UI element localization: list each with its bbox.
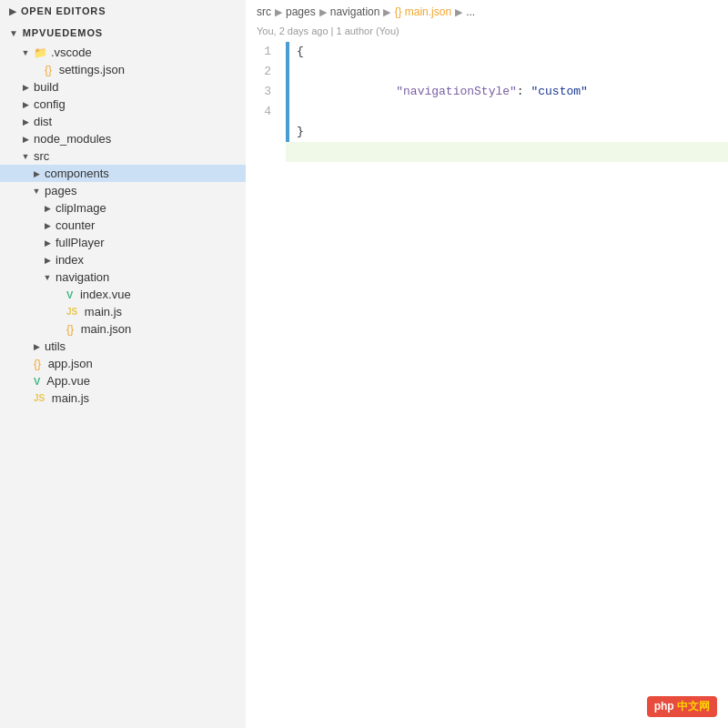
main-js-root-label: main.js	[48, 391, 89, 405]
settings-json-label: settings.json	[56, 63, 125, 76]
indent-space	[368, 85, 396, 98]
json-icon: {}	[45, 64, 52, 76]
tree-item-app-vue[interactable]: V App.vue	[0, 372, 246, 389]
git-gutter-3	[286, 122, 289, 142]
tree-item-index-folder[interactable]: ▶ index	[0, 251, 246, 268]
tree-item-main-js-root[interactable]: JS main.js	[0, 389, 246, 407]
tree-item-main-json[interactable]: {} main.json	[0, 320, 246, 338]
line-numbers: 1 2 3 4	[246, 42, 278, 728]
counter-arrow: ▶	[42, 221, 53, 230]
tree-item-dist[interactable]: ▶ dist	[0, 113, 246, 130]
utils-label: utils	[45, 339, 66, 353]
build-arrow: ▶	[20, 83, 31, 92]
breadcrumb-sep-1: ▶	[275, 6, 282, 18]
mpvuedemos-section[interactable]: ▼ MPVUEDEMOS	[0, 22, 246, 44]
php-cn-text: 中文网	[674, 700, 710, 713]
main-json-label: main.json	[77, 322, 131, 336]
json-icon-2: {}	[66, 323, 74, 336]
breadcrumb: src ▶ pages ▶ navigation ▶ {} main.json …	[246, 0, 728, 24]
app-vue-arrow	[20, 377, 31, 386]
code-text-1: {	[297, 42, 304, 62]
breadcrumb-sep-4: ▶	[455, 6, 462, 18]
clipimage-arrow: ▶	[42, 204, 53, 213]
line-num-3: 3	[253, 82, 271, 102]
json-icon-3: {}	[34, 358, 41, 370]
vue-icon-2: V	[34, 376, 40, 387]
main-js-label: main.js	[81, 305, 122, 318]
blame-text: You, 2 days ago | 1 author (You)	[257, 25, 399, 36]
code-text-3: }	[297, 122, 304, 142]
code-line-1: {	[286, 42, 728, 62]
tree-item-vscode[interactable]: ▼ 📁 .vscode	[0, 44, 246, 61]
tree-item-components[interactable]: ▶ components	[0, 165, 246, 182]
tree-item-counter[interactable]: ▶ counter	[0, 217, 246, 234]
main-js-arrow	[53, 308, 64, 317]
js-icon-2: JS	[34, 393, 45, 403]
breadcrumb-pages: pages	[286, 5, 316, 18]
index-vue-arrow	[53, 290, 64, 299]
code-line-2: "navigationStyle": "custom"	[286, 62, 728, 122]
colon-token: :	[517, 85, 531, 98]
tree-item-navigation[interactable]: ▼ navigation	[0, 268, 246, 286]
tree-item-fullplayer[interactable]: ▶ fullPlayer	[0, 234, 246, 251]
tree-item-src[interactable]: ▼ src	[0, 147, 246, 165]
app-vue-label: App.vue	[44, 374, 90, 388]
app-json-label: app.json	[45, 357, 93, 370]
code-line-4	[286, 142, 728, 162]
components-arrow: ▶	[31, 169, 42, 178]
line-num-2: 2	[253, 62, 271, 82]
src-arrow: ▼	[20, 152, 31, 161]
app-json-arrow	[20, 359, 31, 369]
code-line-3: }	[286, 122, 728, 142]
counter-label: counter	[56, 218, 95, 232]
breadcrumb-file: {} main.json	[394, 5, 451, 18]
pages-arrow: ▼	[31, 187, 42, 196]
breadcrumb-ellipsis: ...	[466, 5, 475, 18]
git-gutter-2	[286, 62, 289, 122]
mpvuedemos-label: MPVUEDEMOS	[23, 27, 103, 38]
vue-icon: V	[66, 289, 73, 300]
settings-arrow	[31, 66, 42, 75]
php-badge: php 中文网	[647, 696, 717, 717]
config-label: config	[34, 97, 66, 111]
index-folder-arrow: ▶	[42, 256, 53, 265]
main-js-root-arrow	[20, 394, 31, 403]
vscode-arrow: ▼	[20, 48, 31, 57]
code-area[interactable]: 1 2 3 4 { "navigationStyle": "custom" }	[246, 42, 728, 728]
tree-item-config[interactable]: ▶ config	[0, 96, 246, 113]
pages-label: pages	[45, 184, 76, 197]
tree-item-node-modules[interactable]: ▶ node_modules	[0, 130, 246, 147]
navigation-arrow: ▼	[42, 273, 53, 282]
tree-item-app-json[interactable]: {} app.json	[0, 355, 246, 372]
code-content[interactable]: { "navigationStyle": "custom" }	[278, 42, 728, 728]
node-modules-arrow: ▶	[20, 135, 31, 144]
breadcrumb-sep-2: ▶	[319, 6, 327, 18]
blame-info: You, 2 days ago | 1 author (You)	[246, 24, 728, 42]
src-label: src	[34, 149, 49, 163]
tree-item-index-vue[interactable]: V index.vue	[0, 286, 246, 303]
utils-arrow: ▶	[31, 342, 42, 351]
tree-item-utils[interactable]: ▶ utils	[0, 338, 246, 355]
open-editors-section[interactable]: ▶ OPEN EDITORS	[0, 0, 246, 22]
tree-item-main-js[interactable]: JS main.js	[0, 303, 246, 320]
vscode-label: .vscode	[51, 46, 92, 59]
key-token: "navigationStyle"	[396, 85, 517, 98]
tree-item-build[interactable]: ▶ build	[0, 78, 246, 96]
value-token: "custom"	[531, 85, 587, 98]
navigation-label: navigation	[56, 270, 109, 284]
code-text-2: "navigationStyle": "custom"	[297, 62, 588, 122]
dist-label: dist	[34, 115, 52, 128]
code-text-4	[297, 142, 304, 162]
tree-item-pages[interactable]: ▼ pages	[0, 182, 246, 199]
tree-item-clipimage[interactable]: ▶ clipImage	[0, 199, 246, 217]
git-gutter-1	[286, 42, 289, 62]
fullplayer-label: fullPlayer	[56, 236, 104, 249]
tree-item-settings-json[interactable]: {} settings.json	[0, 61, 246, 78]
mpvuedemos-arrow: ▼	[9, 28, 19, 38]
js-icon: JS	[66, 307, 77, 317]
components-label: components	[45, 167, 109, 180]
node-modules-label: node_modules	[34, 132, 111, 146]
main-json-arrow	[53, 325, 64, 334]
file-explorer: ▶ OPEN EDITORS ▼ MPVUEDEMOS ▼ 📁 .vscode …	[0, 0, 246, 728]
php-text: php	[654, 700, 674, 713]
